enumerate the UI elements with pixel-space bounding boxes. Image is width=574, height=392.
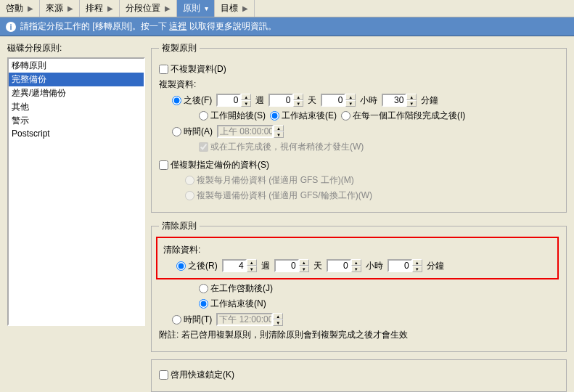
copy-after-radio-input[interactable] [172, 96, 181, 105]
copy-attime-radio-input[interactable] [172, 127, 181, 136]
copy-time-input[interactable] [217, 125, 274, 138]
quick-lock-input[interactable] [159, 370, 168, 380]
purge-weeks-spinner[interactable]: ▲▼ [222, 259, 257, 272]
copy-hours-spinner[interactable]: ▲▼ [321, 94, 356, 107]
tab-staging-location[interactable]: 分段位置 ▶ [120, 0, 177, 17]
spin-down-button[interactable]: ▼ [273, 319, 283, 326]
no-copy-checkbox[interactable]: 不複製資料(D) [159, 63, 226, 75]
tab-label: 原則 [183, 2, 200, 15]
copy-or-after-job-input [199, 142, 208, 152]
copy-monthly-radio: 複製每月備份資料 (僅適用 GFS 工作)(M) [185, 174, 354, 187]
unit-label: 小時 [366, 260, 383, 272]
purge-attime-radio[interactable]: 時間(T) [172, 314, 212, 326]
policy-listbox[interactable]: 移轉原則 完整備份 差異/遞增備份 其他 警示 Postscript [7, 57, 145, 326]
list-item[interactable]: 移轉原則 [9, 59, 144, 73]
tab-target[interactable]: 目標 ▶ [215, 0, 255, 17]
purge-minutes-input[interactable] [388, 259, 412, 272]
only-specified-input[interactable] [159, 160, 168, 170]
quick-lock-checkbox[interactable]: 啓用快速鎖定(K) [159, 369, 234, 381]
spin-up-button[interactable]: ▲ [351, 259, 361, 266]
copy-after-eachstage-radio[interactable]: 在每一個工作階段完成之後(I) [341, 110, 465, 122]
copy-monthly-input [185, 176, 194, 185]
purge-days-input[interactable] [274, 259, 299, 272]
copy-days-spinner[interactable]: ▲▼ [268, 94, 303, 107]
purge-after-radio[interactable]: 之後(R) [176, 260, 218, 272]
purge-after-jobend-radio[interactable]: 工作結束後(N) [199, 298, 266, 310]
copy-attime-radio[interactable]: 時間(A) [172, 126, 213, 138]
copy-attime-label: 時間(A) [184, 126, 213, 138]
purge-attime-radio-input[interactable] [172, 315, 181, 324]
chevron-down-icon: ▾ [205, 4, 208, 12]
purge-after-jobstart-radio[interactable]: 在工作啓動後(J) [199, 282, 273, 295]
copy-weekly-radio: 複製每週備份資料 (僅適用 GFS/輪換工作)(W) [185, 189, 372, 202]
purge-policy-group: 清除原則 清除資料: 之後(R) ▲▼ 週 ▲▼ [151, 220, 567, 352]
purge-hours-spinner[interactable]: ▲▼ [327, 259, 361, 272]
purge-after-jobstart-input[interactable] [199, 284, 208, 293]
spin-down-button[interactable]: ▼ [412, 266, 422, 272]
spin-up-button[interactable]: ▲ [412, 259, 422, 266]
info-link[interactable]: 這裡 [169, 20, 186, 33]
tab-start[interactable]: 啓動 ▶ [0, 0, 40, 17]
copy-after-jobstart-radio[interactable]: 工作開始後(S) [199, 110, 266, 122]
spin-up-button[interactable]: ▲ [274, 125, 284, 131]
purge-after-jobstart-label: 在工作啓動後(J) [210, 282, 273, 295]
purge-days-spinner[interactable]: ▲▼ [274, 259, 309, 272]
tab-policy[interactable]: 原則 ▾ [177, 0, 215, 17]
copy-after-jobend-input[interactable] [270, 111, 279, 121]
spin-down-button[interactable]: ▼ [406, 100, 417, 107]
purge-minutes-spinner[interactable]: ▲▼ [388, 259, 422, 272]
purge-time-picker[interactable]: ▲▼ [216, 313, 283, 326]
copy-after-jobstart-input[interactable] [199, 111, 208, 121]
tab-source[interactable]: 來源 ▶ [40, 0, 80, 17]
purge-weeks-input[interactable] [222, 259, 247, 272]
copy-or-after-job-checkbox: 或在工作完成後，視何者稍後才發生(W) [199, 141, 364, 153]
spin-up-button[interactable]: ▲ [345, 94, 356, 100]
spin-up-button[interactable]: ▲ [247, 259, 257, 266]
copy-weeks-spinner[interactable]: ▲▼ [216, 94, 251, 107]
no-copy-checkbox-input[interactable] [159, 65, 168, 74]
purge-time-input[interactable] [216, 313, 273, 326]
spin-up-button[interactable]: ▲ [273, 313, 283, 319]
purge-after-jobend-label: 工作結束後(N) [210, 298, 266, 310]
copy-time-picker[interactable]: ▲▼ [217, 125, 284, 138]
copy-after-radio[interactable]: 之後(F) [172, 94, 212, 107]
list-item[interactable]: 警示 [9, 114, 144, 128]
info-text-post: 以取得更多說明資訊。 [189, 20, 276, 33]
copy-weekly-label: 複製每週備份資料 (僅適用 GFS/輪換工作)(W) [197, 189, 372, 202]
copy-after-jobend-radio[interactable]: 工作結束後(E) [270, 110, 337, 122]
list-item[interactable]: 差異/遞增備份 [9, 86, 144, 100]
unit-label: 分鐘 [427, 260, 444, 272]
spin-down-button[interactable]: ▼ [247, 266, 257, 272]
copy-minutes-spinner[interactable]: ▲▼ [382, 94, 417, 107]
copy-days-input[interactable] [268, 94, 293, 107]
purge-after-radio-input[interactable] [176, 261, 186, 271]
spin-down-button[interactable]: ▼ [345, 100, 356, 107]
list-item[interactable]: Postscript [9, 128, 144, 139]
list-item[interactable]: 其他 [9, 100, 144, 114]
only-specified-label: 僅複製指定備份的資料(S) [171, 159, 269, 171]
spin-up-button[interactable]: ▲ [241, 94, 251, 100]
spin-down-button[interactable]: ▼ [293, 100, 303, 107]
quick-lock-group: 啓用快速鎖定(K) [151, 359, 567, 392]
purge-hours-input[interactable] [327, 259, 351, 272]
no-copy-label: 不複製資料(D) [171, 63, 226, 75]
copy-minutes-input[interactable] [382, 94, 406, 107]
tab-schedule[interactable]: 排程 ▶ [80, 0, 120, 17]
spin-up-button[interactable]: ▲ [299, 259, 309, 266]
copy-weeks-input[interactable] [216, 94, 241, 107]
spin-down-button[interactable]: ▼ [299, 266, 309, 272]
spin-down-button[interactable]: ▼ [241, 100, 251, 107]
list-item[interactable]: 完整備份 [9, 73, 144, 86]
copy-policy-group: 複製原則 不複製資料(D) 複製資料: 之後(F) ▲▼ 週 [151, 42, 567, 213]
spin-down-button[interactable]: ▼ [274, 131, 284, 138]
spin-up-button[interactable]: ▲ [406, 94, 417, 100]
spin-down-button[interactable]: ▼ [351, 266, 361, 272]
purge-after-jobend-input[interactable] [199, 299, 208, 309]
copy-after-eachstage-input[interactable] [341, 111, 350, 121]
purge-policy-legend: 清除原則 [159, 220, 200, 232]
copy-after-jobstart-label: 工作開始後(S) [210, 110, 266, 122]
spin-up-button[interactable]: ▲ [293, 94, 303, 100]
only-specified-checkbox[interactable]: 僅複製指定備份的資料(S) [159, 159, 269, 171]
copy-hours-input[interactable] [321, 94, 345, 107]
tab-label: 排程 [86, 2, 103, 15]
